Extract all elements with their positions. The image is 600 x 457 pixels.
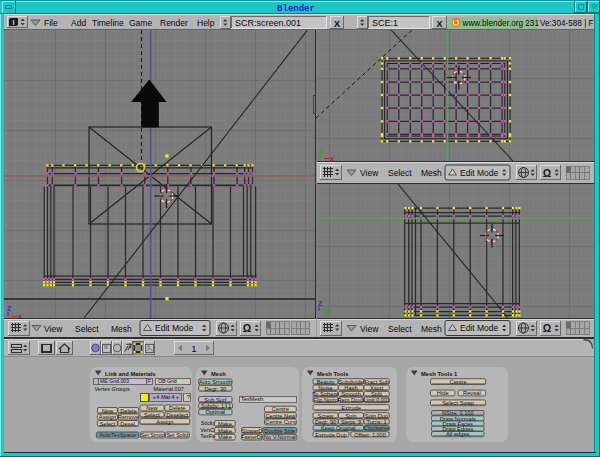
svg-text:Hide: Hide bbox=[437, 390, 449, 396]
svg-text:Turns: 1: Turns: 1 bbox=[367, 419, 387, 425]
svg-text:Select: Select bbox=[75, 324, 99, 334]
svg-text:Edit Mode: Edit Mode bbox=[460, 168, 499, 178]
svg-text:Set Solid: Set Solid bbox=[166, 432, 188, 438]
svg-text:SlowerD: SlowerD bbox=[242, 428, 263, 434]
svg-text:Z: Z bbox=[318, 300, 323, 307]
svg-text:Mesh: Mesh bbox=[211, 371, 226, 377]
svg-text:1: 1 bbox=[228, 403, 231, 409]
svg-text:Ve:304-588 | F: Ve:304-588 | F bbox=[540, 19, 594, 28]
svg-text:Centre: Centre bbox=[450, 379, 467, 385]
svg-text:FasterDr: FasterDr bbox=[241, 434, 263, 440]
svg-text:Rem Doub: Rem Doub bbox=[337, 397, 364, 403]
svg-text:Clockwise: Clockwise bbox=[364, 425, 390, 431]
svg-text:Limit 0.001: Limit 0.001 bbox=[363, 397, 389, 403]
svg-text:Assign: Assign bbox=[156, 419, 173, 425]
svg-text:Subdivide: Subdivide bbox=[339, 379, 364, 385]
svg-text:Mesh: Mesh bbox=[421, 168, 442, 178]
svg-text:Degr: 90: Degr: 90 bbox=[315, 419, 336, 425]
svg-text:Auto Smooth: Auto Smooth bbox=[199, 379, 232, 385]
svg-text:Offset: 1.000: Offset: 1.000 bbox=[354, 432, 385, 438]
svg-text:Edit Mode: Edit Mode bbox=[155, 323, 194, 333]
svg-text:New: New bbox=[102, 408, 114, 414]
svg-text:ME:Grid.003: ME:Grid.003 bbox=[100, 378, 129, 384]
svg-text:Material.007: Material.007 bbox=[154, 386, 184, 392]
svg-text:X: X bbox=[436, 19, 442, 29]
svg-text:Select Swap: Select Swap bbox=[442, 400, 474, 406]
svg-text:Keep Original: Keep Original bbox=[321, 425, 355, 431]
svg-text:Assign: Assign bbox=[99, 414, 116, 420]
svg-text:Reveal: Reveal bbox=[463, 390, 481, 396]
svg-text:y: y bbox=[325, 307, 329, 315]
svg-text:Centre Curs: Centre Curs bbox=[265, 419, 296, 425]
svg-text:Render: Render bbox=[160, 18, 188, 28]
svg-text:Edit Mode: Edit Mode bbox=[460, 323, 499, 333]
svg-text:SCR:screen.001: SCR:screen.001 bbox=[235, 18, 301, 28]
svg-text:Centre: Centre bbox=[272, 406, 289, 412]
svg-text:F: F bbox=[148, 378, 151, 384]
svg-text:View: View bbox=[360, 168, 379, 178]
svg-text:OB:Grid: OB:Grid bbox=[158, 378, 177, 384]
svg-text:y: y bbox=[319, 147, 323, 155]
svg-text:Mesh Tools: Mesh Tools bbox=[317, 371, 348, 377]
svg-text:X: X bbox=[334, 19, 340, 29]
svg-text:Select: Select bbox=[144, 412, 160, 418]
svg-text:i: i bbox=[13, 19, 15, 26]
svg-text:Mesh: Mesh bbox=[111, 324, 132, 334]
svg-text:Ω: Ω bbox=[543, 322, 551, 334]
svg-text:Mesh: Mesh bbox=[421, 324, 442, 334]
svg-text:Mesh Tools 1: Mesh Tools 1 bbox=[421, 371, 458, 377]
svg-text:Subdiv: 1: Subdiv: 1 bbox=[201, 403, 224, 409]
svg-text:Help: Help bbox=[197, 18, 215, 28]
svg-text:Beauty: Beauty bbox=[317, 379, 335, 385]
svg-text:Timeline: Timeline bbox=[92, 18, 124, 28]
svg-text:Sub Surf: Sub Surf bbox=[204, 397, 227, 403]
svg-text:TexMesh:: TexMesh: bbox=[241, 396, 265, 402]
svg-text:x: x bbox=[330, 155, 334, 162]
svg-text:Z: Z bbox=[7, 305, 12, 312]
svg-text:SCE:1: SCE:1 bbox=[372, 18, 398, 28]
svg-text:View: View bbox=[44, 324, 63, 334]
svg-text:www.blender.org 231: www.blender.org 231 bbox=[462, 19, 540, 28]
svg-text:Degr: 30: Degr: 30 bbox=[204, 386, 226, 392]
svg-text:Vertex Groups: Vertex Groups bbox=[95, 386, 130, 392]
svg-text:Delete: Delete bbox=[120, 408, 136, 414]
svg-text:Link and Materials: Link and Materials bbox=[105, 371, 156, 377]
svg-text:Remove: Remove bbox=[118, 414, 139, 420]
svg-text:Optimal: Optimal bbox=[206, 409, 226, 415]
svg-text:No V.Normal: No V.Normal bbox=[264, 434, 296, 440]
svg-text:All edges: All edges bbox=[446, 431, 470, 437]
svg-text:Noise: Noise bbox=[318, 385, 333, 391]
svg-text:New: New bbox=[146, 405, 158, 411]
svg-text:File: File bbox=[44, 18, 58, 28]
svg-text:Select: Select bbox=[99, 421, 115, 427]
svg-text:Set Smoo: Set Smoo bbox=[140, 432, 164, 438]
svg-text:Flip Norm: Flip Norm bbox=[313, 397, 338, 403]
svg-text:Xsort: Xsort bbox=[370, 385, 384, 391]
svg-text:Centre New: Centre New bbox=[265, 413, 296, 419]
svg-text:Select: Select bbox=[388, 168, 412, 178]
svg-text:Deselect: Deselect bbox=[166, 412, 189, 418]
svg-text:Ω: Ω bbox=[243, 322, 251, 334]
svg-text:AutoTexSpace: AutoTexSpace bbox=[99, 432, 136, 438]
svg-text:Make: Make bbox=[218, 434, 232, 440]
svg-text:Double Side: Double Side bbox=[264, 428, 295, 434]
svg-text:4 Mat 4: 4 Mat 4 bbox=[156, 394, 174, 400]
svg-text:Delete: Delete bbox=[169, 405, 185, 411]
svg-text:Extrude Dup: Extrude Dup bbox=[315, 432, 347, 438]
svg-text:Fract Sub: Fract Sub bbox=[364, 379, 389, 385]
svg-text:Add: Add bbox=[71, 18, 86, 28]
svg-text:1: 1 bbox=[191, 343, 196, 354]
svg-text:Select: Select bbox=[388, 324, 412, 334]
svg-text:Extrude: Extrude bbox=[341, 405, 361, 411]
svg-text:Ω: Ω bbox=[543, 167, 551, 179]
svg-text:Blender: Blender bbox=[277, 4, 315, 14]
svg-text:View: View bbox=[360, 324, 379, 334]
svg-text:Make: Make bbox=[218, 421, 232, 427]
svg-text:Steps: 9: Steps: 9 bbox=[341, 419, 361, 425]
svg-text:Game: Game bbox=[129, 18, 152, 28]
svg-text:Desel.: Desel. bbox=[120, 421, 137, 427]
svg-text:Hash: Hash bbox=[344, 385, 357, 391]
